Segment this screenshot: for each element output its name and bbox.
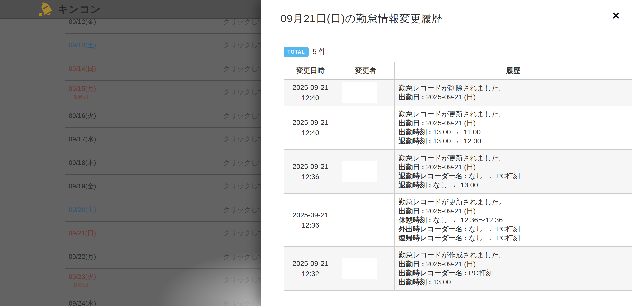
calendar-date-cell[interactable]: 09/21(日) [65, 222, 100, 245]
history-header-row: 変更日時 変更者 履歴 [284, 62, 632, 80]
history-field-line: 外出時レコーダー名 : なし → PC打刻 [399, 225, 628, 234]
calendar-date-label[interactable]: 09/22(月) [69, 252, 96, 261]
click-to-enter-label[interactable]: クリックして [223, 64, 265, 73]
history-field-line: 出勤時刻 : 13:00 [399, 278, 628, 287]
calendar-date-cell[interactable]: 09/15(月)敬老の日 [65, 81, 100, 104]
kincone-logo[interactable]: キンコン [37, 2, 101, 17]
click-to-enter-label[interactable]: クリックして [223, 229, 265, 238]
calendar-date-label[interactable]: 09/18(木) [69, 158, 96, 167]
total-badge: TOTAL [284, 47, 309, 57]
calendar-date-label[interactable]: 09/19(金) [69, 182, 96, 191]
calendar-stamp-cell[interactable] [100, 104, 203, 128]
calendar-date-cell[interactable]: 09/17(水) [65, 128, 100, 151]
click-to-enter-label[interactable]: クリックして [223, 111, 265, 120]
calendar-date-cell[interactable]: 09/22(月) [65, 245, 100, 269]
history-field-line: 出勤日 : 2025-09-21 (日) [399, 260, 628, 269]
close-icon[interactable]: ✕ [612, 11, 620, 21]
history-detail-cell: 勤怠レコードが更新されました。出勤日 : 2025-09-21 (日)退勤時レコ… [394, 150, 632, 194]
history-message: 勤怠レコードが更新されました。 [399, 154, 628, 163]
click-to-enter-label[interactable]: クリックして [223, 205, 265, 214]
changer-cell [337, 106, 394, 150]
click-to-enter-label[interactable]: クリックして [223, 88, 265, 97]
calendar-date-cell[interactable]: 09/18(木) [65, 151, 100, 175]
calendar-date-cell[interactable]: 09/16(火) [65, 104, 100, 128]
calendar-date-cell[interactable]: 09/20(土) [65, 198, 100, 222]
changer-cell [337, 150, 394, 194]
calendar-stamp-cell[interactable] [100, 222, 203, 245]
history-message: 勤怠レコードが作成されました。 [399, 250, 628, 260]
header-history: 履歴 [394, 62, 632, 80]
click-to-enter-label[interactable]: クリックして [223, 158, 265, 167]
history-message: 勤怠レコードが更新されました。 [399, 197, 628, 207]
click-to-enter-label[interactable]: クリックして [223, 135, 265, 144]
modal-edge-glow [156, 251, 261, 306]
click-to-enter-label[interactable]: クリックして [223, 17, 265, 26]
history-row: 2025-09-2112:36勤怠レコードが更新されました。出勤日 : 2025… [284, 194, 632, 247]
calendar-date-cell[interactable]: 09/13(土) [65, 34, 100, 57]
click-to-enter-label[interactable]: クリックして [223, 41, 265, 50]
calendar-stamp-cell[interactable] [100, 81, 203, 104]
calendar-date-label[interactable]: 09/16(火) [69, 111, 96, 120]
calendar-stamp-cell[interactable] [100, 34, 203, 57]
calendar-date-label[interactable]: 09/17(水) [69, 135, 96, 144]
calendar-stamp-cell[interactable] [100, 128, 203, 151]
history-detail-cell: 勤怠レコードが削除されました。出勤日 : 2025-09-21 (日) [394, 80, 632, 106]
calendar-stamp-cell[interactable] [100, 175, 203, 198]
holiday-label: 秋分の日 [74, 282, 91, 288]
change-datetime-cell: 2025-09-2112:32 [284, 247, 337, 291]
calendar-date-cell[interactable]: 09/19(金) [65, 175, 100, 198]
history-message: 勤怠レコードが更新されました。 [399, 110, 628, 119]
changer-name-redacted [342, 161, 377, 182]
calendar-date-cell[interactable]: 09/24(水) [65, 292, 100, 306]
header-change-datetime: 変更日時 [284, 62, 337, 80]
calendar-date-cell[interactable]: 09/23(火)秋分の日 [65, 269, 100, 292]
changer-name-redacted [342, 258, 377, 279]
history-field-line: 退勤時刻 : 13:00 → 12:00 [399, 137, 628, 146]
change-datetime-cell: 2025-09-2112:36 [284, 194, 337, 247]
calendar-date-label[interactable]: 09/15(月) [69, 84, 96, 93]
history-detail-cell: 勤怠レコードが作成されました。出勤日 : 2025-09-21 (日)出勤時レコ… [394, 247, 632, 291]
calendar-date-label[interactable]: 09/13(土) [69, 41, 96, 50]
calendar-date-label[interactable]: 09/24(水) [69, 299, 96, 306]
title-divider [270, 28, 634, 28]
changer-cell [337, 247, 394, 291]
changer-cell [337, 80, 394, 106]
history-field-line: 出勤時刻 : 13:00 → 11:00 [399, 128, 628, 137]
attendance-history-modal: 09月21日(日)の勤怠情報変更履歴 ✕ TOTAL 5 件 変更日時 変更者 … [261, 0, 644, 306]
changer-name-redacted [342, 210, 377, 230]
changer-cell [337, 194, 394, 247]
calendar-stamp-cell[interactable] [100, 198, 203, 222]
history-row: 2025-09-2112:36勤怠レコードが更新されました。出勤日 : 2025… [284, 150, 632, 194]
history-message: 勤怠レコードが削除されました。 [399, 84, 628, 93]
calendar-date-label[interactable]: 09/21(日) [69, 229, 96, 238]
calendar-date-label[interactable]: 09/12(金) [69, 17, 96, 26]
calendar-stamp-cell[interactable] [100, 151, 203, 175]
change-datetime-cell: 2025-09-2112:40 [284, 106, 337, 150]
calendar-date-label[interactable]: 09/20(土) [69, 205, 96, 214]
calendar-date-label[interactable]: 09/14(日) [69, 64, 96, 73]
changer-name-redacted [342, 117, 377, 138]
logo-text: キンコン [58, 2, 101, 16]
history-detail-cell: 勤怠レコードが更新されました。出勤日 : 2025-09-21 (日)出勤時刻 … [394, 106, 632, 150]
calendar-date-label[interactable]: 09/23(火) [69, 272, 96, 281]
history-field-line: 出勤日 : 2025-09-21 (日) [399, 119, 628, 128]
history-field-line: 退勤時レコーダー名 : なし → PC打刻 [399, 172, 628, 181]
calendar-date-cell[interactable]: 09/14(日) [65, 57, 100, 81]
total-summary: TOTAL 5 件 [284, 47, 326, 57]
calendar-stamp-cell[interactable] [100, 57, 203, 81]
history-field-line: 出勤日 : 2025-09-21 (日) [399, 93, 628, 102]
screen: 09/12(金)クリックして09/13(土)クリックして09/14(日)クリック… [0, 0, 644, 306]
header-changer: 変更者 [337, 62, 394, 80]
modal-title: 09月21日(日)の勤怠情報変更履歴 [280, 12, 442, 26]
history-field-line: 出勤日 : 2025-09-21 (日) [399, 163, 628, 172]
change-datetime-cell: 2025-09-2112:36 [284, 150, 337, 194]
bell-icon [37, 2, 55, 17]
history-field-line: 出勤時レコーダー名 : PC打刻 [399, 269, 628, 278]
history-field-line: 休憩時刻 : なし → 12:36〜12:36 [399, 216, 628, 225]
click-to-enter-label[interactable]: クリックして [223, 182, 265, 191]
holiday-label: 敬老の日 [74, 94, 91, 100]
change-datetime-cell: 2025-09-2112:40 [284, 80, 337, 106]
history-detail-cell: 勤怠レコードが更新されました。出勤日 : 2025-09-21 (日)休憩時刻 … [394, 194, 632, 247]
history-field-line: 出勤日 : 2025-09-21 (日) [399, 207, 628, 216]
total-count: 5 件 [313, 47, 326, 57]
